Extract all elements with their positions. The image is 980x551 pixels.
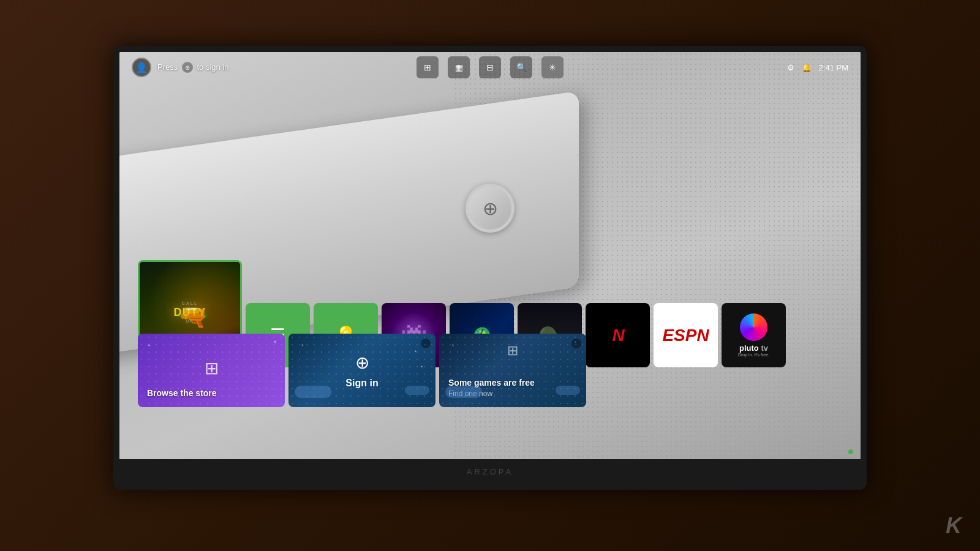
star-deco-1: ✦ bbox=[301, 343, 304, 347]
browse-store-label: Browse the store bbox=[147, 388, 276, 398]
tile-sign-in[interactable]: ✦ ✦ · · ✦ … ⊕ Sign in bbox=[288, 334, 435, 407]
xbox-icon: ⊕ bbox=[355, 353, 369, 373]
nav-icons: ⊞ ▦ ⊟ 🔍 ✳ bbox=[417, 56, 564, 78]
tile-pluto[interactable]: pluto tv Drop in. It's free. bbox=[722, 303, 786, 367]
nav-search[interactable]: 🔍 bbox=[510, 56, 532, 78]
top-navigation-bar: 👤 Press ⊕ to sign in ⊞ ▦ ⊟ 🔍 ✳ ⚙ 🔔 2:41 … bbox=[119, 52, 861, 83]
right-icons: ⚙ 🔔 2:41 PM bbox=[787, 63, 848, 72]
settings-icon: ⚙ bbox=[787, 63, 794, 72]
time-display: 2:41 PM bbox=[819, 63, 848, 72]
pluto-tagline: Drop in. It's free. bbox=[738, 353, 769, 357]
tile-netflix[interactable]: N bbox=[586, 303, 650, 367]
sign-in-label: Sign in bbox=[345, 378, 378, 389]
freegames-cloud-right bbox=[556, 386, 580, 395]
xbox-logo-inner: ⊕ bbox=[469, 187, 511, 230]
espn-logo: ESPN bbox=[662, 326, 709, 345]
options-dot: … bbox=[421, 339, 431, 348]
pluto-text: pluto tv bbox=[739, 343, 768, 353]
tiles-row2: ✦ ✦ ⊞ Browse the store ✦ ✦ · · ✦ … ⊕ Sig… bbox=[138, 334, 586, 407]
xbox-logo: ⊕ bbox=[466, 184, 514, 233]
screen: ⊕ 👤 Press ⊕ to sign in ⊞ ▦ ⊟ 🔍 ✳ ⚙ � bbox=[119, 52, 861, 459]
monitor-brand-label: ARZOPA bbox=[467, 467, 514, 476]
power-led bbox=[848, 449, 853, 454]
nav-social[interactable]: ✳ bbox=[541, 56, 564, 78]
monitor-bottom-bar: ARZOPA bbox=[119, 459, 861, 484]
freegames-star-1: ✦ bbox=[451, 343, 454, 347]
nav-store[interactable]: ▦ bbox=[448, 56, 470, 78]
browse-store-icon: ⊞ bbox=[205, 358, 219, 378]
pluto-logo bbox=[740, 313, 767, 341]
notification-icon: 🔔 bbox=[802, 63, 812, 72]
monitor: ⊕ 👤 Press ⊕ to sign in ⊞ ▦ ⊟ 🔍 ✳ ⚙ � bbox=[113, 46, 867, 490]
watermark: K bbox=[946, 513, 962, 539]
star-deco-3: · bbox=[298, 358, 299, 362]
tile-espn[interactable]: ESPN bbox=[654, 303, 718, 367]
user-section: 👤 Press ⊕ to sign in bbox=[132, 58, 229, 77]
nav-gamepass[interactable]: ⊟ bbox=[479, 56, 501, 78]
netflix-logo: N bbox=[612, 326, 623, 345]
freegames-options: … bbox=[571, 339, 581, 348]
freegames-cloud-left bbox=[445, 386, 482, 398]
tile-free-games[interactable]: ✦ · ✦ ⊞ … Some games are free Find one n… bbox=[439, 334, 586, 407]
freegames-star-2: · bbox=[567, 349, 568, 353]
star-deco-2: ✦ bbox=[414, 349, 417, 353]
sign-in-prompt: Press ⊕ to sign in bbox=[157, 62, 229, 73]
nav-my-games[interactable]: ⊞ bbox=[417, 56, 439, 78]
menu-button: ⊕ bbox=[182, 62, 193, 73]
star-deco-5: ✦ bbox=[420, 364, 423, 369]
cloud-right bbox=[405, 386, 429, 395]
browse-deco-corner: ✦ bbox=[273, 339, 277, 345]
user-avatar: 👤 bbox=[132, 58, 151, 77]
tile-browse-store[interactable]: ✦ ✦ ⊞ Browse the store bbox=[138, 334, 285, 407]
cloud-left bbox=[295, 386, 331, 398]
